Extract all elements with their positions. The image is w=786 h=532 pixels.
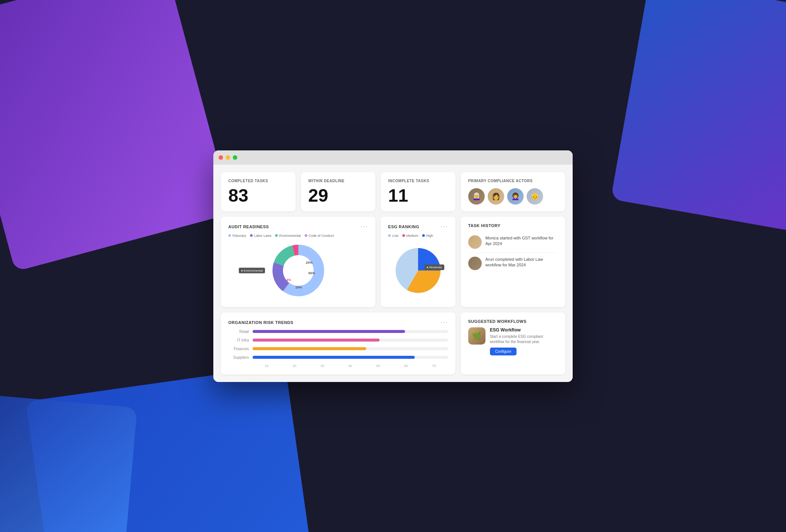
browser-titlebar <box>213 150 573 165</box>
axis-labels: 10 20 30 40 50 60 70 <box>253 364 448 368</box>
axis-30: 30 <box>308 364 336 368</box>
bar-label-suppliers: Suppliers <box>228 355 249 360</box>
bar-fill-suppliers <box>253 356 415 359</box>
bar-fill-finances <box>253 347 366 350</box>
workflow-title-esg: ESG Workflow <box>490 327 558 333</box>
bar-itinfra: IT Infra <box>228 338 448 342</box>
completed-tasks-value: 83 <box>228 187 288 205</box>
audit-readiness-card: AUDIT READINESS ··· Fiduciary Labor Laws… <box>221 217 375 307</box>
esg-ranking-card: ESG RANKING ··· Low Medium High <box>381 217 456 307</box>
incomplete-tasks-value: 11 <box>388 187 448 205</box>
task-item-2: Arun completed with Labor Law workflow f… <box>468 253 558 274</box>
dashboard-grid: COMPLETED TASKS 83 WITHIN DEADLINE 29 IN… <box>221 172 565 374</box>
configure-button[interactable]: Configure <box>490 348 517 355</box>
completed-tasks-card: COMPLETED TASKS 83 <box>221 172 296 211</box>
legend-laborlaws: Labor Laws <box>250 234 272 238</box>
svg-text:16%: 16% <box>295 285 302 289</box>
workflow-icon-esg: 🌿 <box>468 327 485 345</box>
svg-text:60%: 60% <box>308 271 315 275</box>
task-history-header: TASK HISTORY <box>468 223 558 228</box>
risk-menu-button[interactable]: ··· <box>441 319 448 326</box>
bar-finances: Finances <box>228 347 448 351</box>
maximize-button[interactable] <box>233 155 237 160</box>
bar-track-itinfra <box>253 339 448 342</box>
task-avatar-arun <box>468 257 482 270</box>
legend-low: Low <box>388 234 399 238</box>
svg-text:4%: 4% <box>286 278 291 282</box>
avatar-1[interactable]: 👩‍🦳 <box>468 188 485 205</box>
esg-card-header: ESG RANKING ··· <box>388 223 448 230</box>
suggested-workflows-card: SUGGESTED WORKFLOWS 🌿 ESG Workflow Start… <box>461 312 565 374</box>
incomplete-tasks-card: INCOMPLETE TASKS 11 <box>381 172 456 211</box>
risk-card-header: ORGANIZATION RISK TRENDS ··· <box>228 319 448 326</box>
dashboard-content: COMPLETED TASKS 83 WITHIN DEADLINE 29 IN… <box>213 165 573 382</box>
axis-20: 20 <box>281 364 309 368</box>
legend-codeofconduct: Code of Conduct <box>305 234 334 238</box>
bar-track-finances <box>253 347 448 350</box>
within-deadline-label: WITHIN DEADLINE <box>308 179 368 183</box>
bar-label-retail: Retail <box>228 330 249 334</box>
task-item-1: Monica started with GST workflow for Apr… <box>468 232 558 253</box>
audit-legend: Fiduciary Labor Laws Environmental Code … <box>228 234 368 238</box>
risk-title: ORGANIZATION RISK TRENDS <box>228 320 293 325</box>
bar-track-suppliers <box>253 356 448 359</box>
completed-tasks-label: COMPLETED TASKS <box>228 179 288 183</box>
incomplete-tasks-label: INCOMPLETE TASKS <box>388 179 448 183</box>
bar-label-itinfra: IT Infra <box>228 338 249 342</box>
task-history-card: TASK HISTORY Monica started with GST wor… <box>461 217 565 307</box>
risk-trends-card: ORGANIZATION RISK TRENDS ··· Retail IT I… <box>221 312 456 374</box>
bar-retail: Retail <box>228 330 448 334</box>
bar-fill-retail <box>253 330 405 333</box>
close-button[interactable] <box>219 155 223 160</box>
esg-legend: Low Medium High <box>388 234 448 238</box>
suggested-title: SUGGESTED WORKFLOWS <box>468 319 527 324</box>
browser-window: COMPLETED TASKS 83 WITHIN DEADLINE 29 IN… <box>213 150 573 382</box>
audit-tooltip: ● Environmental <box>239 267 265 273</box>
suggested-card-header: SUGGESTED WORKFLOWS <box>468 319 558 324</box>
avatar-3[interactable]: 👩‍🦱 <box>507 188 524 205</box>
bar-fill-itinfra <box>253 339 380 342</box>
axis-40: 40 <box>336 364 365 368</box>
workflow-details: ESG Workflow Start a complete ESG compli… <box>490 327 558 355</box>
esg-menu-button[interactable]: ··· <box>441 223 448 230</box>
esg-tooltip: ● Moderate <box>424 265 444 270</box>
within-deadline-value: 29 <box>308 187 368 205</box>
legend-high: High <box>422 234 433 238</box>
workflow-item-esg: 🌿 ESG Workflow Start a complete ESG comp… <box>468 327 558 355</box>
risk-bar-chart: Retail IT Infra Finances <box>228 330 448 368</box>
task-text-2: Arun completed with Labor Law workflow f… <box>485 257 558 268</box>
avatar-2[interactable]: 👩 <box>488 188 504 205</box>
compliance-actors-card: PRIMARY COMPLIANCE ACTORS 👩‍🦳 👩 👩‍🦱 👴 <box>461 172 565 211</box>
legend-fiduciary: Fiduciary <box>228 234 246 238</box>
task-avatar-monica <box>468 235 482 249</box>
axis-50: 50 <box>364 364 392 368</box>
esg-pie-chart: ● Moderate <box>388 241 448 300</box>
bar-track-retail <box>253 330 448 333</box>
workflow-desc-esg: Start a complete ESG compliant workflow … <box>490 334 558 345</box>
task-text-1: Monica started with GST workflow for Apr… <box>485 235 558 247</box>
audit-donut-chart: 20% 60% 16% 4% ● Environmental <box>228 241 368 300</box>
compliance-actors-title: PRIMARY COMPLIANCE ACTORS <box>468 179 558 183</box>
within-deadline-card: WITHIN DEADLINE 29 <box>301 172 376 211</box>
axis-10: 10 <box>253 364 281 368</box>
audit-card-header: AUDIT READINESS ··· <box>228 223 368 230</box>
audit-menu-button[interactable]: ··· <box>361 223 368 230</box>
svg-text:20%: 20% <box>306 261 313 265</box>
axis-60: 60 <box>392 364 420 368</box>
esg-title: ESG RANKING <box>388 224 419 229</box>
minimize-button[interactable] <box>226 155 230 160</box>
actors-avatars-group: 👩‍🦳 👩 👩‍🦱 👴 <box>468 188 558 205</box>
legend-medium: Medium <box>402 234 418 238</box>
legend-environmental: Environmental <box>275 234 301 238</box>
avatar-4[interactable]: 👴 <box>527 188 543 205</box>
bar-suppliers: Suppliers <box>228 355 448 360</box>
axis-70: 70 <box>420 364 448 368</box>
task-history-title: TASK HISTORY <box>468 223 500 228</box>
audit-title: AUDIT READINESS <box>228 224 269 229</box>
bar-label-finances: Finances <box>228 347 249 351</box>
